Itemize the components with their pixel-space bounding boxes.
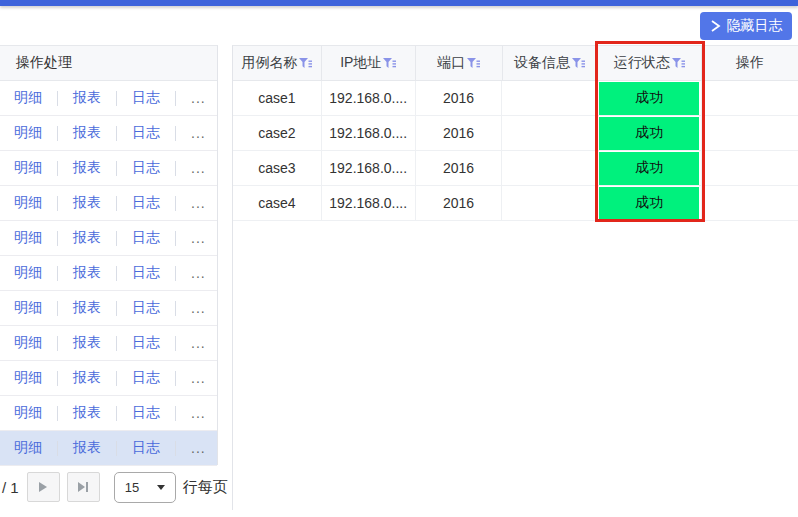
link-divider: [116, 91, 117, 106]
detail-link[interactable]: 明细: [14, 229, 42, 247]
ip-cell: 192.168.0....: [322, 81, 416, 116]
log-link[interactable]: 日志: [132, 194, 160, 212]
link-divider: [116, 196, 117, 211]
report-link[interactable]: 报表: [73, 299, 101, 317]
filter-icon[interactable]: [572, 57, 585, 70]
log-link[interactable]: 日志: [132, 229, 160, 247]
last-page-button[interactable]: [67, 472, 100, 502]
more-actions-link[interactable]: ...: [191, 440, 206, 456]
table-row: 明细 报表 日志 ...: [0, 361, 217, 396]
status-badge: 成功: [599, 152, 699, 185]
link-divider: [175, 161, 176, 176]
column-header-port[interactable]: 端口: [416, 46, 503, 81]
log-link[interactable]: 日志: [132, 89, 160, 107]
column-header-case-name[interactable]: 用例名称: [233, 46, 322, 81]
run-status-cell: 成功: [597, 186, 702, 221]
column-header-ip[interactable]: IP地址: [322, 46, 416, 81]
more-actions-link[interactable]: ...: [191, 125, 206, 141]
detail-link[interactable]: 明细: [14, 264, 42, 282]
link-divider: [57, 336, 58, 351]
filter-icon[interactable]: [672, 57, 685, 70]
more-actions-link[interactable]: ...: [191, 230, 206, 246]
more-actions-link[interactable]: ...: [191, 300, 206, 316]
report-link[interactable]: 报表: [73, 264, 101, 282]
link-divider: [175, 91, 176, 106]
report-link[interactable]: 报表: [73, 194, 101, 212]
detail-link[interactable]: 明细: [14, 439, 42, 457]
port-cell: 2016: [416, 116, 503, 151]
more-actions-link[interactable]: ...: [191, 370, 206, 386]
last-page-icon: [77, 481, 89, 493]
case-name-cell: case3: [233, 151, 322, 186]
operation-cell: [702, 186, 798, 221]
report-link[interactable]: 报表: [73, 334, 101, 352]
detail-link[interactable]: 明细: [14, 194, 42, 212]
detail-link[interactable]: 明细: [14, 404, 42, 422]
detail-link[interactable]: 明细: [14, 89, 42, 107]
page-size-value: 15: [125, 480, 139, 495]
link-divider: [175, 126, 176, 141]
run-status-cell: 成功: [597, 151, 702, 186]
log-link[interactable]: 日志: [132, 439, 160, 457]
device-info-cell: [502, 186, 597, 221]
hide-log-label: 隐藏日志: [727, 17, 783, 35]
log-link[interactable]: 日志: [132, 369, 160, 387]
detail-link[interactable]: 明细: [14, 299, 42, 317]
link-divider: [116, 336, 117, 351]
link-divider: [57, 161, 58, 176]
column-label: 用例名称: [241, 54, 297, 72]
column-header-run-status[interactable]: 运行状态: [597, 46, 702, 81]
filter-icon[interactable]: [383, 57, 396, 70]
log-link[interactable]: 日志: [132, 299, 160, 317]
operation-cell: [702, 116, 798, 151]
more-actions-link[interactable]: ...: [191, 195, 206, 211]
more-actions-link[interactable]: ...: [191, 160, 206, 176]
device-info-cell: [502, 151, 597, 186]
filter-icon[interactable]: [299, 57, 312, 70]
more-actions-link[interactable]: ...: [191, 335, 206, 351]
column-label: 端口: [437, 54, 465, 72]
detail-link[interactable]: 明细: [14, 159, 42, 177]
table-row: case1 192.168.0.... 2016 成功: [233, 81, 798, 116]
detail-link[interactable]: 明细: [14, 369, 42, 387]
log-link[interactable]: 日志: [132, 334, 160, 352]
status-badge: 成功: [599, 187, 699, 220]
case-name-cell: case2: [233, 116, 322, 151]
chevron-right-icon: [710, 20, 721, 32]
log-link[interactable]: 日志: [132, 159, 160, 177]
log-link[interactable]: 日志: [132, 404, 160, 422]
link-divider: [57, 231, 58, 246]
report-link[interactable]: 报表: [73, 404, 101, 422]
table-row: case2 192.168.0.... 2016 成功: [233, 116, 798, 151]
column-header-device-info[interactable]: 设备信息: [503, 46, 598, 81]
report-link[interactable]: 报表: [73, 124, 101, 142]
page-indicator: / 1: [2, 479, 19, 496]
table-row: 明细 报表 日志 ...: [0, 326, 217, 361]
report-link[interactable]: 报表: [73, 159, 101, 177]
table-row: 明细 报表 日志 ...: [0, 151, 217, 186]
operation-cell: [702, 151, 798, 186]
link-divider: [57, 441, 58, 456]
hide-log-button[interactable]: 隐藏日志: [700, 12, 792, 40]
log-link[interactable]: 日志: [132, 124, 160, 142]
detail-link[interactable]: 明细: [14, 334, 42, 352]
report-link[interactable]: 报表: [73, 89, 101, 107]
report-link[interactable]: 报表: [73, 439, 101, 457]
link-divider: [57, 371, 58, 386]
next-page-button[interactable]: [27, 472, 60, 502]
more-actions-link[interactable]: ...: [191, 90, 206, 106]
report-link[interactable]: 报表: [73, 369, 101, 387]
more-actions-link[interactable]: ...: [191, 405, 206, 421]
caret-down-icon: [157, 485, 165, 490]
log-link[interactable]: 日志: [132, 264, 160, 282]
table-row: 明细 报表 日志 ...: [0, 81, 217, 116]
page-size-select[interactable]: 15: [114, 472, 176, 503]
report-link[interactable]: 报表: [73, 229, 101, 247]
run-status-cell: 成功: [597, 116, 702, 151]
filter-icon[interactable]: [467, 57, 480, 70]
run-status-cell: 成功: [597, 81, 702, 116]
left-operations-table: 操作处理 明细 报表 日志 ... 明细 报表 日志 ... 明细 报表 日志 …: [0, 45, 218, 465]
operation-cell: [702, 81, 798, 116]
more-actions-link[interactable]: ...: [191, 265, 206, 281]
detail-link[interactable]: 明细: [14, 124, 42, 142]
